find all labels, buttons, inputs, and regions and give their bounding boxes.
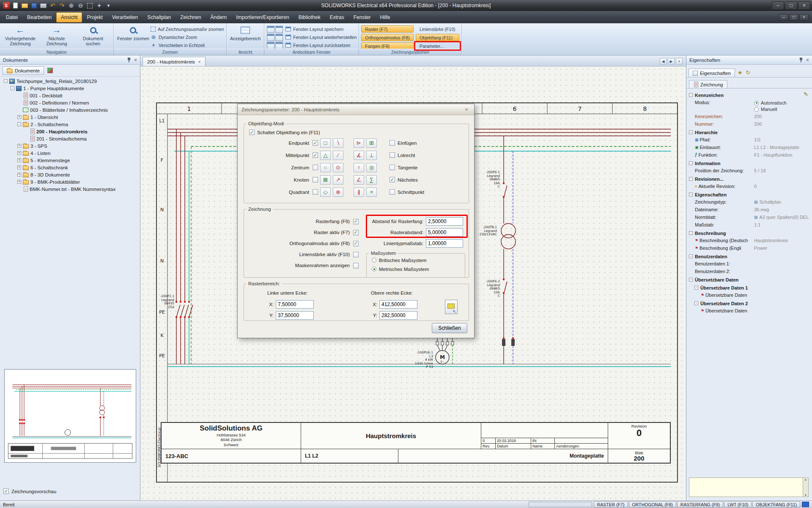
snap-icon[interactable]: ∑: [366, 175, 377, 185]
lotrecht-checkbox[interactable]: [390, 152, 395, 158]
collapse-icon[interactable]: -: [694, 301, 698, 305]
menu-extras[interactable]: Extras: [325, 12, 349, 22]
tree-expander-icon[interactable]: +: [17, 115, 21, 119]
previous-drawing-button[interactable]: Vorhergehende Zeichnung: [2, 24, 38, 47]
print-icon[interactable]: [39, 2, 47, 10]
zoom-window-icon[interactable]: [86, 2, 94, 10]
mdi-minimize-icon[interactable]: –: [779, 14, 788, 21]
preview-checkbox-row[interactable]: Zeichnungsvorschau: [3, 489, 56, 494]
note-scrollbar[interactable]: ▲▼: [803, 478, 808, 497]
tree-item[interactable]: 201 - Stromlaufschema: [1, 135, 139, 142]
menu-ndern[interactable]: Ändern: [206, 12, 232, 22]
collapse-icon[interactable]: -: [694, 286, 698, 290]
document-tab[interactable]: 200 - Hauptstromkreis ×: [143, 57, 206, 66]
snap-icon[interactable]: ⊙: [333, 163, 343, 172]
tree-item[interactable]: -2 - Schaltschema: [1, 121, 139, 128]
tab-list-close-icon[interactable]: ×: [676, 58, 683, 64]
mdi-close-icon[interactable]: ×: [799, 14, 809, 21]
property-row[interactable]: Position der Zeichnung:5 / 18: [689, 167, 809, 175]
raster-aktiv-f7-checkbox[interactable]: [353, 230, 359, 235]
property-row[interactable]: Beschreibung (EngliPower: [689, 245, 809, 252]
menu-verarbeiten[interactable]: Verarbeiten: [107, 12, 143, 22]
menu-schaltplan[interactable]: Schaltplan: [143, 12, 176, 22]
collapse-icon[interactable]: -: [689, 93, 693, 97]
tree-item[interactable]: +6 - Schaltschrank: [1, 164, 139, 171]
tree-expander-icon[interactable]: -: [11, 86, 14, 90]
tree-item[interactable]: +5 - Klemmenstege: [1, 157, 139, 164]
property-row[interactable]: Aktuelle Revision:0: [689, 183, 809, 190]
pin-icon[interactable]: [127, 57, 131, 63]
property-section[interactable]: -Übersetzbare Daten 1: [689, 284, 809, 292]
redo-icon[interactable]: [58, 2, 66, 10]
dock-window-icon[interactable]: [275, 26, 283, 33]
search-document-button[interactable]: Dokument suchen: [75, 24, 111, 47]
lower-left-y-input[interactable]: [276, 311, 314, 320]
snap-icon[interactable]: ∕: [333, 151, 343, 160]
fenster-layout-zur-cksetzen-button[interactable]: Fenster-Layout zurücksetzen: [285, 42, 357, 48]
tree-item[interactable]: +1 - Übersicht: [1, 113, 139, 121]
tree-expander-icon[interactable]: +: [17, 166, 21, 169]
panel-close-icon[interactable]: ×: [806, 58, 809, 63]
parameter-toggle[interactable]: Parameter...: [416, 42, 459, 50]
property-section[interactable]: -Übersetzbare Daten 2: [689, 299, 809, 307]
tree-expander-icon[interactable]: +: [17, 180, 21, 184]
snap-icon[interactable]: ∠: [354, 175, 364, 185]
property-row[interactable]: Funktion:F1 - Hauptfunktion: [689, 152, 809, 159]
verschieben-in-echtzeit-button[interactable]: Verschieben in Echtzeit: [151, 42, 224, 48]
property-section[interactable]: -Hierarchie: [689, 128, 809, 136]
dynamischer-zoom-button[interactable]: Dynamischer Zoom: [151, 34, 224, 40]
property-section[interactable]: -Revisionen...: [689, 175, 809, 183]
objektfang-enable-checkbox[interactable]: [249, 130, 255, 135]
collapse-icon[interactable]: -: [689, 161, 693, 165]
property-row[interactable]: Pfad:1\2: [689, 136, 809, 144]
dock-window-icon[interactable]: [267, 34, 274, 41]
tree-expander-icon[interactable]: +: [17, 144, 21, 148]
tree-item[interactable]: +8 - 3D Dokumente: [1, 171, 139, 178]
menu-projekt[interactable]: Projekt: [82, 12, 107, 22]
collapse-icon[interactable]: -: [689, 231, 693, 235]
snap-icon[interactable]: ∡: [354, 151, 364, 160]
menu-fenster[interactable]: Fenster: [349, 12, 376, 22]
open-doc-icon[interactable]: [21, 2, 29, 10]
linienst-rke-aktiv-f10-checkbox[interactable]: [353, 252, 359, 257]
collapse-icon[interactable]: -: [689, 130, 693, 134]
next-drawing-button[interactable]: Nächste Zeichnung: [38, 24, 75, 47]
upper-right-y-input[interactable]: [379, 311, 417, 320]
tree-item[interactable]: 002 - Definitionen / Normen: [1, 99, 139, 106]
lower-left-x-input[interactable]: [276, 300, 314, 309]
maskenrahmen-anzeigen-checkbox[interactable]: [353, 263, 359, 268]
dock-window-icon[interactable]: [275, 34, 283, 41]
fenster-layout-wiederherstellen-button[interactable]: Fenster-Layout wiederherstellen: [285, 34, 357, 40]
zoom-in-icon[interactable]: [67, 2, 75, 10]
tab-eigenschaften[interactable]: Eigenschaften: [689, 69, 735, 77]
dropdown-icon[interactable]: [104, 2, 112, 10]
lwt-f10-status-toggle[interactable]: LWT (F10): [724, 501, 752, 508]
tree-expander-icon[interactable]: +: [17, 173, 21, 177]
dialog-titlebar[interactable]: Zeichnungsparameter: 200 - Hauptstromkre…: [238, 104, 474, 115]
snap-icon[interactable]: ⊠: [320, 175, 331, 185]
property-row[interactable]: Beschreibung (DeutschHauptstromkreis: [689, 237, 809, 245]
rasterabstand-input[interactable]: [426, 228, 463, 237]
snap-icon[interactable]: ⊞: [366, 138, 377, 148]
snap-icon[interactable]: ◎: [366, 163, 377, 172]
tree-item[interactable]: BMK-Nummer.txt - BMK Nummersyntax: [1, 185, 139, 193]
snap-icon[interactable]: ↗: [333, 175, 343, 185]
endpunkt-checkbox[interactable]: [313, 140, 318, 146]
property-section[interactable]: -Kennzeichen: [689, 91, 809, 99]
objektfang-f11-status-toggle[interactable]: OBJEKTFANG (F11): [752, 501, 800, 508]
linienst-rke-f10-toggle[interactable]: Linienstärke (F10): [416, 25, 459, 33]
tree-item[interactable]: +3 - SPS: [1, 142, 139, 149]
tree-item[interactable]: 003 - Blätterliste / Inhaltsverzeichnis: [1, 106, 139, 113]
tab-scroll-left-icon[interactable]: ◀: [660, 58, 667, 64]
snap-icon[interactable]: ⊕: [333, 188, 343, 197]
property-row[interactable]: Kennzeichen:200: [689, 113, 809, 121]
tangente-checkbox[interactable]: [390, 165, 395, 170]
save-icon[interactable]: [30, 2, 38, 10]
property-row[interactable]: Übersetzbare Daten: [689, 307, 809, 315]
property-section[interactable]: -Information: [689, 159, 809, 167]
maximize-button[interactable]: □: [785, 1, 797, 10]
property-row[interactable]: Benutzerdaten 2:: [689, 268, 809, 276]
dialog-close-icon[interactable]: ×: [463, 106, 470, 113]
abstand-f-r-rasterfang-input[interactable]: [426, 217, 463, 226]
tab-scroll-right-icon[interactable]: ▶: [668, 58, 675, 64]
